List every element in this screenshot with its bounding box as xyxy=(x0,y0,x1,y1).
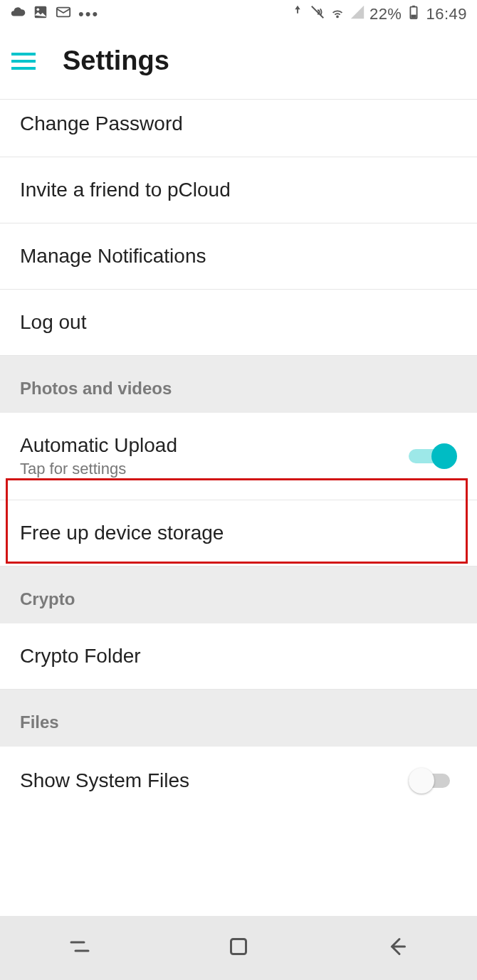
row-automatic-upload[interactable]: Automatic Upload Tap for settings xyxy=(0,413,477,500)
row-label: Manage Notifications xyxy=(20,245,206,268)
row-sublabel: Tap for settings xyxy=(20,460,177,478)
row-change-password[interactable]: Change Password xyxy=(0,100,477,157)
row-crypto-folder[interactable]: Crypto Folder xyxy=(0,623,477,690)
mail-icon xyxy=(56,4,71,24)
toggle-automatic-upload[interactable] xyxy=(409,443,457,469)
row-label: Automatic Upload xyxy=(20,434,177,457)
toggle-show-system-files[interactable] xyxy=(409,768,457,794)
home-button[interactable] xyxy=(226,934,251,962)
row-invite-friend[interactable]: Invite a friend to pCloud xyxy=(0,157,477,223)
back-button[interactable] xyxy=(384,934,410,962)
row-label: Change Password xyxy=(20,112,183,135)
section-photos-videos: Photos and videos xyxy=(0,356,477,413)
row-manage-notifications[interactable]: Manage Notifications xyxy=(0,223,477,290)
row-show-system-files[interactable]: Show System Files xyxy=(0,747,477,801)
battery-percent: 22% xyxy=(369,5,402,23)
row-free-up-storage[interactable]: Free up device storage xyxy=(0,500,477,567)
page-title: Settings xyxy=(63,46,169,76)
menu-icon[interactable] xyxy=(11,53,36,70)
row-label: Show System Files xyxy=(20,769,189,792)
svg-rect-4 xyxy=(413,6,416,7)
svg-point-1 xyxy=(37,9,40,11)
status-right: 22% 16:49 xyxy=(290,4,467,24)
vibrate-icon xyxy=(310,4,325,24)
wifi-icon xyxy=(330,4,345,24)
row-label: Free up device storage xyxy=(20,522,224,544)
svg-rect-5 xyxy=(412,15,416,19)
row-label: Invite a friend to pCloud xyxy=(20,179,231,201)
status-left: ••• xyxy=(10,4,99,24)
clock: 16:49 xyxy=(426,5,467,23)
svg-rect-6 xyxy=(231,939,246,954)
battery-saver-icon xyxy=(290,4,305,24)
app-header: Settings xyxy=(0,28,477,100)
row-log-out[interactable]: Log out xyxy=(0,290,477,356)
image-icon xyxy=(33,4,48,24)
more-dots-icon: ••• xyxy=(78,5,99,23)
signal-icon xyxy=(350,4,365,24)
row-label: Crypto Folder xyxy=(20,645,141,668)
cloud-icon xyxy=(10,4,26,24)
status-bar: ••• 22% 16:49 xyxy=(0,0,477,28)
android-nav-bar xyxy=(0,916,477,980)
row-label: Log out xyxy=(20,311,86,334)
section-crypto: Crypto xyxy=(0,567,477,623)
recent-apps-button[interactable] xyxy=(67,934,93,962)
battery-icon xyxy=(406,4,421,24)
section-files: Files xyxy=(0,690,477,747)
